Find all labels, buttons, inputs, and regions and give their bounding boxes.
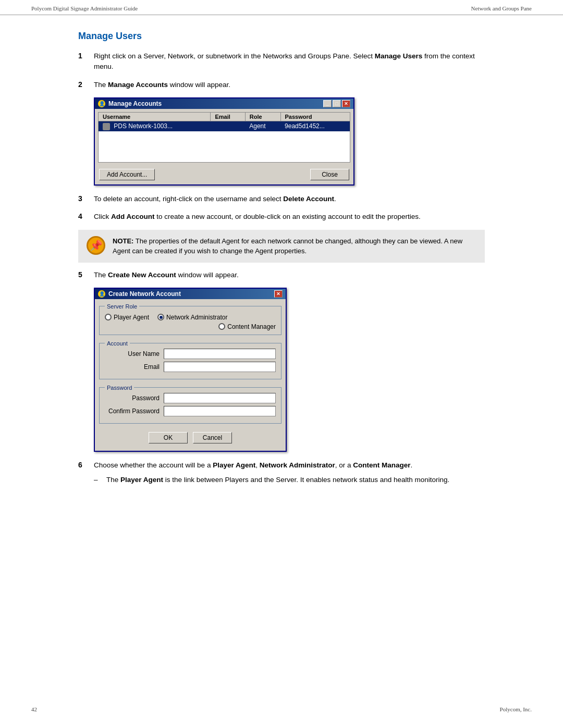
maximize-button[interactable]: □ [333, 100, 341, 107]
step-6-num: 6 [78, 460, 88, 469]
confirm-password-row: Confirm Password [105, 406, 276, 416]
note-wrapper: 📌 NOTE: The properties of the default Ag… [78, 230, 485, 263]
step-3: 3 To delete an account, right-click on t… [78, 194, 485, 204]
ok-button[interactable]: OK [149, 432, 188, 443]
note-box: 📌 NOTE: The properties of the default Ag… [78, 230, 485, 263]
radio-network-admin[interactable]: Network Administrator [157, 314, 227, 321]
sub-list-item-1: – The Player Agent is the link between P… [94, 475, 485, 485]
step-1-text: Right click on a Server, Network, or sub… [94, 51, 485, 72]
step-4-text: Click Add Account to create a new accoun… [94, 212, 485, 222]
col-password: Password [280, 112, 350, 121]
account-legend: Account [105, 340, 130, 347]
radio-row-top: Player Agent Network Administrator [105, 314, 276, 321]
confirm-password-input[interactable] [164, 406, 276, 416]
col-email: Email [211, 112, 245, 121]
main-content: Manage Users 1 Right click on a Server, … [47, 15, 516, 508]
page-footer: 42 Polycom, Inc. [0, 701, 563, 718]
create-account-body: Server Role Player Agent Network Adminis… [95, 299, 286, 451]
radio-network-admin-label: Network Administrator [166, 314, 227, 321]
footer-left: 42 [31, 706, 37, 712]
radio-content-manager[interactable]: Content Manager [218, 323, 276, 330]
manage-accounts-body: Username Email Role Password [95, 109, 353, 184]
create-dialog-title: Create Network Account [108, 290, 181, 298]
titlebar-icon: 👤 [98, 100, 105, 107]
create-account-dialog: 👤 Create Network Account ✕ Server Role [94, 288, 485, 452]
note-text: NOTE: The properties of the default Agen… [113, 236, 476, 256]
sub-item-text: The Player Agent is the link between Pla… [106, 475, 449, 485]
confirm-password-label: Confirm Password [105, 408, 160, 415]
account-fieldset: Account User Name Email [99, 340, 282, 379]
password-legend: Password [105, 385, 134, 391]
step-3-text: To delete an account, right-click on the… [94, 194, 485, 204]
radio-content-manager-circle [218, 323, 225, 330]
cell-role: Agent [245, 121, 280, 131]
step-6-text: Choose whether the account will be a Pla… [94, 460, 485, 486]
step-2-num: 2 [78, 80, 88, 89]
sub-dash: – [94, 475, 101, 485]
close-button[interactable]: Close [310, 169, 349, 180]
header-right: Network and Groups Pane [471, 5, 532, 11]
cell-username: PDS Network-1003... [99, 121, 211, 131]
create-account-window: 👤 Create Network Account ✕ Server Role [94, 288, 287, 452]
step-5-text: The Create New Account window will appea… [94, 270, 485, 280]
steps-list: 1 Right click on a Server, Network, or s… [78, 51, 485, 485]
password-input[interactable] [164, 393, 276, 403]
add-account-button[interactable]: Add Account... [99, 169, 155, 180]
minimize-button[interactable]: _ [323, 100, 332, 107]
password-label: Password [105, 394, 160, 402]
radio-row-bottom: Content Manager [105, 323, 276, 330]
radio-network-admin-circle [157, 314, 164, 320]
step-2: 2 The Manage Accounts window will appear… [78, 80, 485, 90]
header-left: Polycom Digital Signage Administrator Gu… [31, 5, 138, 11]
username-input[interactable] [164, 349, 276, 359]
password-fieldset: Password Password Confirm Password [99, 385, 282, 424]
step-5: 5 The Create New Account window will app… [78, 270, 485, 280]
manage-accounts-footer: Add Account... Close [98, 167, 350, 181]
step-1: 1 Right click on a Server, Network, or s… [78, 51, 485, 72]
create-titlebar-left: 👤 Create Network Account [98, 290, 181, 298]
accounts-table: Username Email Role Password [98, 112, 350, 163]
cancel-button[interactable]: Cancel [193, 432, 232, 443]
col-username: Username [99, 112, 211, 121]
radio-player-agent[interactable]: Player Agent [105, 314, 149, 321]
email-label: Email [105, 363, 160, 371]
manage-accounts-titlebar: 👤 Manage Accounts _ □ ✕ [95, 98, 353, 109]
step-3-num: 3 [78, 194, 88, 203]
cell-email [211, 121, 245, 131]
table-header-row: Username Email Role Password [99, 112, 350, 121]
create-close-button[interactable]: ✕ [274, 290, 283, 298]
sub-list: – The Player Agent is the link between P… [94, 475, 485, 485]
radio-player-agent-label: Player Agent [114, 314, 149, 321]
email-input[interactable] [164, 362, 276, 372]
username-row: User Name [105, 349, 276, 359]
email-row: Email [105, 362, 276, 372]
close-window-button[interactable]: ✕ [342, 100, 350, 107]
create-titlebar-buttons: ✕ [274, 290, 283, 298]
radio-content-manager-label: Content Manager [227, 323, 276, 330]
table-row[interactable]: PDS Network-1003... Agent 9ead5d1452... [99, 121, 350, 131]
create-account-titlebar: 👤 Create Network Account ✕ [95, 289, 286, 299]
titlebar-buttons: _ □ ✕ [323, 100, 350, 107]
create-dialog-footer: OK Cancel [99, 429, 282, 447]
radio-player-agent-circle [105, 314, 112, 320]
server-role-legend: Server Role [105, 303, 139, 310]
titlebar-left: 👤 Manage Accounts [98, 100, 162, 107]
manage-accounts-dialog-wrapper: 👤 Manage Accounts _ □ ✕ [94, 97, 485, 186]
col-role: Role [245, 112, 280, 121]
user-icon [103, 123, 110, 130]
empty-row [99, 131, 350, 163]
step-5-num: 5 [78, 270, 88, 279]
section-title: Manage Users [78, 31, 485, 42]
table-header: Username Email Role Password [99, 112, 350, 121]
server-role-fieldset: Server Role Player Agent Network Adminis… [99, 303, 282, 335]
step-4: 4 Click Add Account to create a new acco… [78, 212, 485, 222]
create-titlebar-icon: 👤 [98, 290, 105, 298]
step-4-num: 4 [78, 212, 88, 220]
note-icon: 📌 [87, 236, 105, 255]
cell-password: 9ead5d1452... [280, 121, 350, 131]
create-account-dialog-wrapper: 👤 Create Network Account ✕ Server Role [94, 288, 485, 452]
username-label: User Name [105, 350, 160, 357]
dialog-title: Manage Accounts [108, 100, 162, 107]
password-row: Password [105, 393, 276, 403]
page-header: Polycom Digital Signage Administrator Gu… [0, 0, 563, 15]
